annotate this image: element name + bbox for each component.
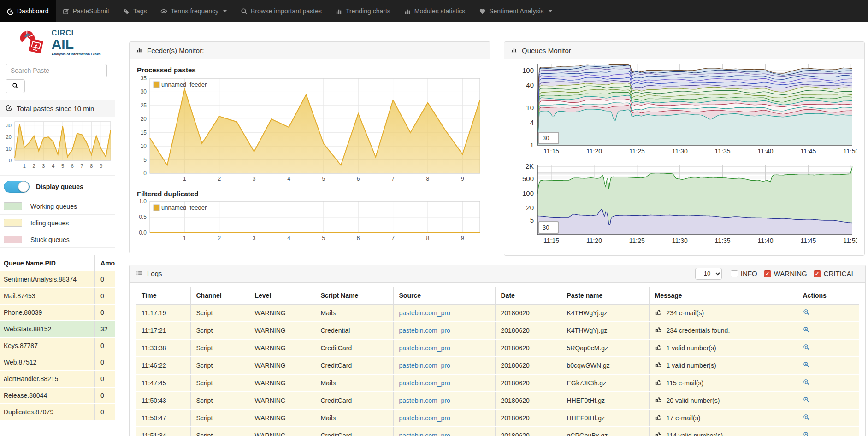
- circl-ail-logo: CIRCL AIL Analysis of Information Leaks: [0, 22, 115, 61]
- search-plus-icon[interactable]: [803, 310, 810, 317]
- source-link[interactable]: pastebin.com_pro: [399, 414, 450, 422]
- svg-text:35: 35: [141, 75, 147, 82]
- queue-row-sentimentanalysis-88374[interactable]: SentimentAnalysis.88374 0: [0, 271, 115, 288]
- logs-header-actions: Actions: [797, 287, 859, 304]
- nav-item-dashboard[interactable]: Dashboard: [0, 0, 56, 22]
- search-plus-icon[interactable]: [803, 397, 810, 405]
- source-link[interactable]: pastebin.com_pro: [399, 309, 450, 317]
- log-row: 11:17:21 Script WARNING Credential paste…: [136, 322, 859, 339]
- nav-item-modules-statistics[interactable]: Modules statistics: [397, 0, 472, 22]
- total-pastes-title: Total pastes since 10 min: [17, 105, 94, 112]
- filter-checkbox[interactable]: [731, 270, 738, 277]
- svg-text:11:45: 11:45: [800, 237, 816, 244]
- nav-item-browse-important-pastes[interactable]: Browse important pastes: [234, 0, 329, 22]
- logs-header-date: Date: [495, 287, 561, 304]
- search-plus-icon[interactable]: [803, 362, 810, 370]
- search-button[interactable]: [6, 79, 25, 93]
- svg-text:20: 20: [526, 204, 534, 212]
- brand-ail: AIL: [52, 37, 101, 51]
- edit-icon: [63, 8, 70, 15]
- svg-text:11:45: 11:45: [800, 147, 816, 155]
- svg-text:10: 10: [526, 104, 534, 112]
- svg-text:2K: 2K: [526, 163, 534, 170]
- queue-row-duplicates-87079[interactable]: Duplicates.87079 0: [0, 404, 115, 420]
- search-plus-icon[interactable]: [803, 327, 810, 335]
- feeder-monitor-panel: Feeder(s) Monitor: Processed pastes 0510…: [129, 41, 490, 253]
- chevron-down-icon: [223, 10, 227, 12]
- logs-title: Logs: [147, 270, 162, 277]
- svg-text:3: 3: [253, 176, 256, 182]
- svg-text:0.5: 0.5: [139, 214, 147, 220]
- source-link[interactable]: pastebin.com_pro: [399, 344, 450, 352]
- tag-icon: [123, 8, 130, 15]
- nav-item-tags[interactable]: Tags: [116, 0, 154, 22]
- queue-table-header-name: Queue Name.PID: [0, 255, 95, 271]
- filter-checkbox[interactable]: ✓: [764, 270, 771, 277]
- filter-checkbox[interactable]: ✓: [814, 270, 821, 277]
- search-plus-icon[interactable]: [803, 380, 810, 387]
- svg-text:25: 25: [141, 102, 147, 109]
- svg-text:5: 5: [530, 216, 534, 224]
- nav-item-pastesubmit[interactable]: PasteSubmit: [56, 0, 116, 22]
- svg-text:11:20: 11:20: [586, 237, 602, 244]
- legend-swatch: [4, 236, 22, 243]
- queue-row-phone-88039[interactable]: Phone.88039 0: [0, 304, 115, 321]
- queue-legend-stuck: Stuck queues: [0, 231, 115, 248]
- roll-period-input-bottom[interactable]: 30: [538, 221, 559, 234]
- thumbs-up-icon: [655, 379, 662, 387]
- queue-row-release-88044[interactable]: Release.88044 0: [0, 387, 115, 404]
- svg-text:11:50: 11:50: [843, 237, 857, 244]
- search-plus-icon[interactable]: [803, 345, 810, 352]
- svg-text:20: 20: [141, 116, 147, 122]
- legend-swatch: [4, 202, 22, 210]
- queue-row-keys-87787[interactable]: Keys.87787 0: [0, 337, 115, 354]
- svg-text:3: 3: [253, 235, 256, 242]
- log-row: 11:46:22 Script WARNING CreditCard paste…: [136, 357, 859, 374]
- svg-text:1: 1: [183, 235, 186, 242]
- heart-icon: [479, 8, 486, 15]
- log-level-filter-info[interactable]: INFO: [731, 270, 757, 277]
- source-link[interactable]: pastebin.com_pro: [399, 379, 450, 387]
- search-plus-icon[interactable]: [803, 432, 810, 436]
- logs-page-size-select[interactable]: 10: [695, 268, 722, 280]
- svg-text:5: 5: [61, 163, 64, 169]
- logs-header-source: Source: [393, 287, 495, 304]
- nav-item-sentiment-analysis[interactable]: Sentiment Analysis: [472, 0, 559, 22]
- eye-icon: [160, 8, 167, 15]
- gauge-icon: [7, 8, 14, 15]
- queue-legend-working: Working queues: [0, 198, 115, 215]
- roll-period-input-top[interactable]: 30: [538, 132, 559, 144]
- svg-text:2: 2: [33, 163, 35, 169]
- thumbs-up-icon: [655, 414, 662, 422]
- svg-text:8: 8: [426, 235, 430, 242]
- queue-row-webstats-88152[interactable]: WebStats.88152 32: [0, 321, 115, 337]
- total-pastes-header: Total pastes since 10 min: [0, 100, 115, 117]
- source-link[interactable]: pastebin.com_pro: [399, 432, 450, 436]
- chart-icon: [136, 47, 143, 55]
- nav-item-trending-charts[interactable]: Trending charts: [329, 0, 397, 22]
- log-level-filter-warning[interactable]: ✓ WARNING: [764, 270, 807, 277]
- queue-row-mail-87453[interactable]: Mail.87453 0: [0, 288, 115, 304]
- top-navbar: Dashboard PasteSubmit Tags Terms frequen…: [0, 0, 868, 22]
- search-plus-icon[interactable]: [803, 415, 810, 422]
- source-link[interactable]: pastebin.com_pro: [399, 327, 450, 334]
- search-paste-input[interactable]: [6, 64, 107, 77]
- svg-text:11:15: 11:15: [543, 147, 559, 155]
- display-queues-toggle[interactable]: [4, 181, 30, 193]
- thumbs-up-icon: [655, 431, 662, 436]
- log-row: 11:47:45 Script WARNING Mails pastebin.c…: [136, 374, 859, 392]
- svg-text:6: 6: [71, 163, 74, 169]
- queue-row-alerthandler-88215[interactable]: alertHandler.88215 0: [0, 371, 115, 387]
- svg-text:20: 20: [6, 134, 12, 140]
- svg-text:4: 4: [530, 118, 534, 126]
- queues-monitor-bottom-chart: 11:1511:2011:2511:3011:3511:4011:4511:50…: [511, 163, 857, 250]
- source-link[interactable]: pastebin.com_pro: [399, 362, 450, 369]
- gauge-icon: [6, 104, 12, 112]
- log-level-filter-critical[interactable]: ✓ CRITICAL: [814, 270, 855, 277]
- source-link[interactable]: pastebin.com_pro: [399, 397, 450, 404]
- nav-item-terms-frequency[interactable]: Terms frequency: [154, 0, 233, 22]
- logs-header-channel: Channel: [190, 287, 249, 304]
- search-icon: [12, 82, 18, 90]
- queue-row-web-87512[interactable]: Web.87512 0: [0, 354, 115, 371]
- svg-text:11:20: 11:20: [586, 147, 602, 155]
